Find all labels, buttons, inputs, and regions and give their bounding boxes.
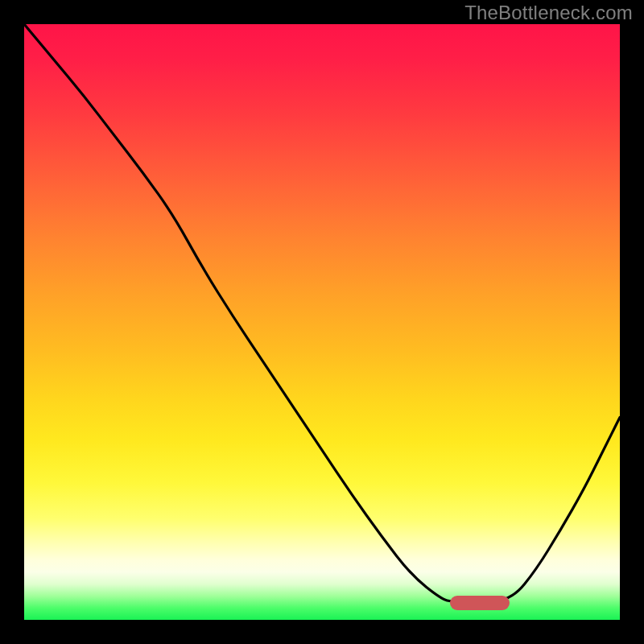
optimal-range-marker bbox=[450, 596, 510, 610]
watermark-text: TheBottleneck.com bbox=[464, 2, 633, 24]
bottleneck-curve bbox=[24, 24, 620, 620]
plot-area bbox=[24, 24, 620, 620]
chart-frame: TheBottleneck.com bbox=[0, 0, 644, 644]
